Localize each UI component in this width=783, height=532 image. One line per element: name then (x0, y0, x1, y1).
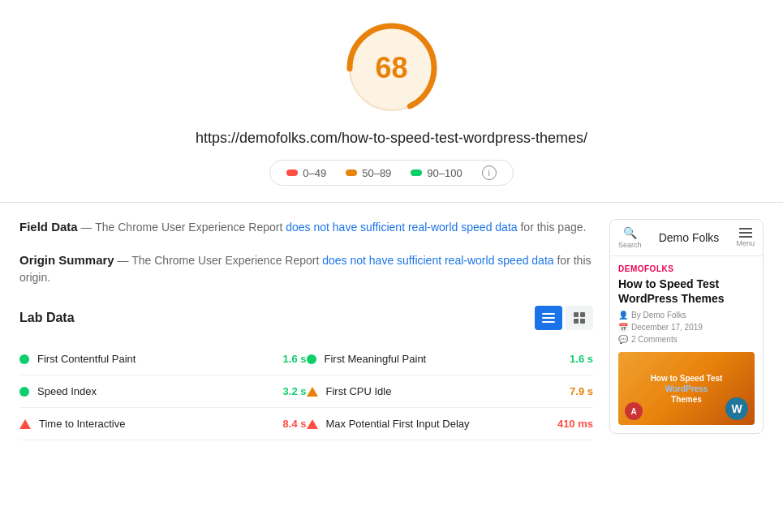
legend-label-red: 0–49 (303, 167, 326, 179)
author-text: By Demo Folks (631, 311, 686, 320)
preview-search[interactable]: 🔍 Search (618, 226, 642, 249)
metric-value-si: 3.2 s (283, 385, 307, 397)
metric-value-fci: 7.9 s (570, 385, 593, 397)
metric-indicator-fmp (307, 354, 316, 364)
date-text: December 17, 2019 (631, 323, 703, 332)
legend-item-red: 0–49 (286, 167, 326, 179)
author-icon: 👤 (618, 311, 628, 320)
preview-site-name: Demo Folks (659, 231, 720, 244)
legend-label-green: 90–100 (427, 167, 462, 179)
metric-indicator-fcp (19, 354, 29, 364)
metric-name-si: Speed Index (37, 385, 275, 397)
metric-value-tti: 8.4 s (283, 418, 307, 430)
metric-value-fcp: 1.6 s (283, 353, 307, 365)
metric-row-fmp: First Meaningful Paint 1.6 s (307, 343, 594, 375)
lab-title-row: Lab Data (19, 306, 593, 330)
lab-data-section: Lab Data (19, 306, 593, 440)
wp-logo: W (725, 397, 748, 420)
metric-name-fmp: First Meaningful Paint (325, 353, 562, 365)
metric-value-fmp: 1.6 s (570, 353, 593, 365)
metric-row-tti: Time to Interactive 8.4 s (19, 408, 307, 440)
menu-icon-2 (739, 232, 752, 234)
image-line3: Themes (651, 394, 723, 405)
metric-value-mpfid: 410 ms (557, 418, 593, 430)
left-panel: Field Data — The Chrome User Experience … (19, 219, 593, 440)
metric-indicator-tti (19, 419, 31, 429)
metric-indicator-si (19, 387, 29, 397)
metric-row-fcp: First Contentful Paint 1.6 s (19, 343, 307, 375)
right-panel: 🔍 Search Demo Folks Menu DEMOFOLKS How t… (609, 219, 764, 440)
legend-info-icon[interactable]: i (482, 165, 497, 180)
metric-name-fcp: First Contentful Paint (37, 353, 275, 365)
preview-meta-row: 👤 By Demo Folks 📅 December 17, 2019 💬 2 … (618, 311, 755, 345)
svg-rect-6 (580, 312, 585, 317)
legend-dot-green (411, 169, 422, 176)
preview-date: 📅 December 17, 2019 (618, 323, 755, 332)
preview-comments: 💬 2 Comments (618, 335, 755, 344)
metric-name-fci: First CPU Idle (326, 385, 562, 397)
preview-image-text: How to Speed Test WordPress Themes (651, 373, 723, 405)
score-ring: 68 (343, 19, 441, 117)
legend-item-green: 90–100 (411, 167, 462, 179)
metric-name-mpfid: Max Potential First Input Delay (326, 418, 549, 430)
legend-label-orange: 50–89 (362, 167, 391, 179)
search-label: Search (618, 241, 642, 249)
preview-header: 🔍 Search Demo Folks Menu (610, 220, 763, 256)
main-content: Field Data — The Chrome User Experience … (0, 203, 783, 457)
preview-menu[interactable]: Menu (736, 228, 755, 247)
comments-icon: 💬 (618, 335, 628, 344)
top-section: 68 https://demofolks.com/how-to-speed-te… (0, 0, 783, 202)
legend-dot-orange (346, 169, 357, 176)
calendar-icon: 📅 (618, 323, 628, 332)
toggle-grid-button[interactable] (566, 306, 593, 330)
preview-thumbnail: How to Speed Test WordPress Themes W A (618, 352, 755, 425)
origin-title: Origin Summary (19, 253, 114, 267)
metric-indicator-mpfid (307, 419, 318, 429)
image-line2: WordPress (651, 384, 723, 394)
field-data-section: Field Data — The Chrome User Experience … (19, 219, 593, 236)
adobe-logo: A (625, 402, 643, 420)
field-data-link[interactable]: does not have sufficient real-world spee… (286, 221, 517, 234)
preview-card: 🔍 Search Demo Folks Menu DEMOFOLKS How t… (609, 219, 764, 434)
preview-tag: DEMOFOLKS (618, 264, 755, 273)
svg-rect-3 (542, 317, 555, 319)
legend-dot-red (286, 169, 298, 176)
lab-data-title: Lab Data (19, 311, 75, 325)
svg-rect-8 (580, 319, 585, 324)
toggle-list-button[interactable] (535, 306, 562, 330)
metric-row-mpfid: Max Potential First Input Delay 410 ms (307, 408, 594, 440)
svg-rect-2 (542, 313, 555, 315)
view-toggles (535, 306, 593, 330)
score-value: 68 (375, 51, 407, 85)
preview-article-title: How to Speed Test WordPress Themes (618, 277, 755, 306)
score-legend: 0–49 50–89 90–100 i (269, 160, 513, 186)
origin-summary-section: Origin Summary — The Chrome User Experie… (19, 252, 593, 286)
menu-icon (739, 228, 752, 230)
metric-row-fci: First CPU Idle 7.9 s (307, 375, 594, 408)
field-data-title: Field Data (19, 220, 78, 234)
menu-icon-3 (739, 236, 752, 238)
preview-author: 👤 By Demo Folks (618, 311, 755, 320)
search-icon: 🔍 (623, 226, 637, 239)
origin-link[interactable]: does not have sufficient real-world spee… (322, 254, 553, 267)
metrics-grid: First Contentful Paint 1.6 s First Meani… (19, 343, 593, 440)
adobe-logo-text: A (630, 407, 636, 416)
field-data-dash: — The Chrome User Experience Report (81, 221, 286, 234)
legend-item-orange: 50–89 (346, 167, 391, 179)
metric-name-tti: Time to Interactive (39, 418, 275, 430)
image-line1: How to Speed Test (651, 373, 723, 384)
menu-label: Menu (736, 239, 755, 247)
comments-text: 2 Comments (631, 335, 678, 344)
metric-row-si: Speed Index 3.2 s (19, 375, 307, 408)
field-data-after: for this page. (520, 221, 586, 234)
svg-rect-5 (574, 312, 579, 317)
svg-rect-7 (574, 319, 579, 324)
svg-rect-4 (542, 321, 555, 323)
origin-dash: — The Chrome User Experience Report (118, 254, 323, 267)
metric-indicator-fci (307, 387, 318, 397)
preview-body: DEMOFOLKS How to Speed Test WordPress Th… (610, 256, 763, 433)
page-url: https://demofolks.com/how-to-speed-test-… (196, 130, 587, 147)
